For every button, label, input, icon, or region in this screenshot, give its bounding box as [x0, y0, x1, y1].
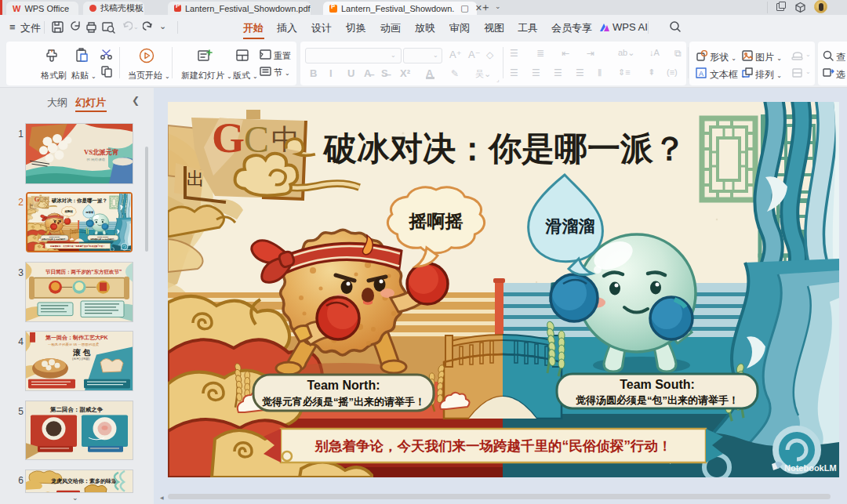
svg-text:出: 出: [187, 169, 205, 189]
svg-text:G: G: [212, 114, 245, 161]
svg-text:第二回合：甜咸之争: 第二回合：甜咸之争: [49, 406, 104, 413]
svg-text:C: C: [244, 118, 269, 160]
svg-text:Team North:: Team North:: [49, 236, 60, 238]
svg-text:滚 包: 滚 包: [72, 348, 91, 357]
svg-text:VS北派元宵: VS北派元宵: [84, 148, 119, 156]
svg-text:Team South:: Team South:: [97, 236, 109, 238]
svg-text:Team South:: Team South:: [620, 378, 695, 391]
svg-text:的 民俗课命: 的 民俗课命: [87, 158, 106, 161]
svg-text:破冰对决：你是哪一派？: 破冰对决：你是哪一派？: [322, 131, 686, 167]
svg-text:觉得元宵必须是“摇”出来的请举手！: 觉得元宵必须是“摇”出来的请举手！: [261, 396, 425, 408]
svg-text:破冰对决：你是哪一派？: 破冰对决：你是哪一派？: [51, 198, 107, 204]
svg-text:别急着争论，今天我们来一场跨越千里的“民俗侦探”行动！: 别急着争论，今天我们来一场跨越千里的“民俗侦探”行动！: [314, 438, 672, 454]
svg-text:第一回合：制作工艺大PK: 第一回合：制作工艺大PK: [45, 335, 108, 341]
svg-text:A: A: [699, 70, 703, 78]
svg-text:摇啊摇: 摇啊摇: [409, 211, 463, 231]
svg-text:滑溜溜: 滑溜溜: [545, 217, 595, 235]
svg-text:Team North:: Team North:: [307, 379, 380, 392]
svg-text:NotebookLM: NotebookLM: [784, 463, 837, 473]
svg-text:一颗丸子的豪放 vs 一团面的温柔: 一颗丸子的豪放 vs 一团面的温柔: [48, 342, 100, 346]
svg-text:龙虎风交给你：紊多的味道: 龙虎风交给你：紊多的味道: [50, 477, 118, 484]
svg-text:觉得汤圆必须是“包”出来的请举手！: 觉得汤圆必须是“包”出来的请举手！: [575, 394, 739, 406]
svg-text:出: 出: [31, 204, 34, 207]
svg-text:NotebookLM: NotebookLM: [122, 248, 131, 250]
svg-text:G: G: [35, 196, 40, 203]
svg-text:节日简历：两千岁的“东方狂欢节”: 节日简历：两千岁的“东方狂欢节”: [45, 269, 122, 275]
